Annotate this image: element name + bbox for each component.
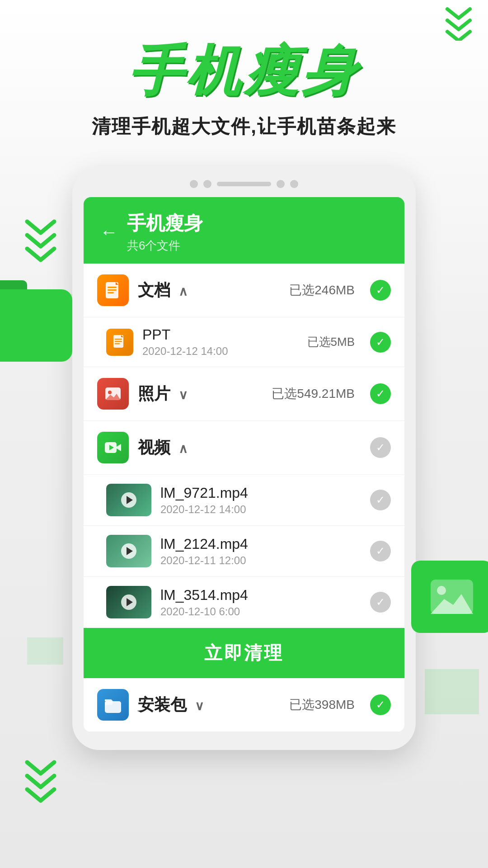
category-row-photos[interactable]: 照片 ∨ 已选549.21MB ✓ <box>84 367 404 421</box>
play-triangle-3 <box>127 598 133 606</box>
svg-marker-18 <box>105 699 113 701</box>
video-2-text: lM_2124.mp4 2020-12-11 12:00 <box>160 536 361 567</box>
header-title: 手机瘦身 <box>127 211 203 236</box>
ppt-date: 2020-12-12 14:00 <box>142 345 298 358</box>
check-ppt[interactable]: ✓ <box>370 332 391 353</box>
play-icon-3 <box>121 594 136 610</box>
video-2-name: lM_2124.mp4 <box>160 536 361 552</box>
category-size-docs: 已选246MB <box>289 282 355 299</box>
svg-rect-3 <box>108 292 114 293</box>
category-size-package: 已选398MB <box>289 696 355 713</box>
phone-dot-2 <box>203 180 211 188</box>
check-video-3[interactable]: ✓ <box>370 592 391 613</box>
video-3-date: 2020-12-10 6:00 <box>160 605 361 618</box>
phone-dot-3 <box>277 180 285 188</box>
back-button[interactable]: ← <box>100 222 118 242</box>
phone-mockup: ← 手机瘦身 共6个文件 <box>72 166 416 750</box>
deco-chevrons-right <box>443 5 474 42</box>
category-name-photos: 照片 ∨ <box>138 383 263 405</box>
category-size-photos: 已选549.21MB <box>272 385 355 402</box>
video-2-date: 2020-12-11 12:00 <box>160 554 361 567</box>
category-icon-package <box>97 689 129 721</box>
expand-photos-icon: ∨ <box>178 388 188 402</box>
file-list: 文档 ∧ 已选246MB ✓ PPT <box>84 264 404 732</box>
play-icon-1 <box>121 492 136 508</box>
app-header: ← 手机瘦身 共6个文件 <box>84 197 404 264</box>
video-3-text: lM_3514.mp4 2020-12-10 6:00 <box>160 587 361 618</box>
category-icon-video <box>97 432 129 463</box>
category-row-package[interactable]: 安装包 ∨ 已选398MB ✓ <box>84 678 404 732</box>
svg-point-20 <box>437 586 446 595</box>
check-video[interactable]: ✓ <box>370 437 391 458</box>
ppt-text: PPT 2020-12-12 14:00 <box>142 326 298 358</box>
expand-video-icon: ∧ <box>178 442 188 456</box>
category-row-docs[interactable]: 文档 ∧ 已选246MB ✓ <box>84 264 404 317</box>
pixel-deco-2 <box>27 637 63 665</box>
svg-point-11 <box>108 391 112 394</box>
folder-body <box>0 289 72 362</box>
category-row-video[interactable]: 视频 ∧ ✓ <box>84 421 404 475</box>
svg-rect-6 <box>115 339 122 340</box>
subfile-video-3[interactable]: lM_3514.mp4 2020-12-10 6:00 ✓ <box>84 577 404 628</box>
category-name-package: 安装包 ∨ <box>138 694 280 716</box>
svg-rect-1 <box>108 287 117 288</box>
subfile-video-2[interactable]: lM_2124.mp4 2020-12-11 12:00 ✓ <box>84 526 404 577</box>
subfile-video-1[interactable]: lM_9721.mp4 2020-12-12 14:00 ✓ <box>84 475 404 526</box>
deco-image-icon <box>411 561 488 633</box>
svg-marker-14 <box>117 444 121 451</box>
check-package[interactable]: ✓ <box>370 694 391 715</box>
header-text: 手机瘦身 共6个文件 <box>127 211 203 254</box>
video-1-name: lM_9721.mp4 <box>160 485 361 501</box>
play-triangle-1 <box>127 496 133 504</box>
deco-chevrons-left-bottom <box>23 758 59 805</box>
video-3-name: lM_3514.mp4 <box>160 587 361 604</box>
check-docs[interactable]: ✓ <box>370 280 391 301</box>
category-icon-photos <box>97 378 129 410</box>
svg-rect-7 <box>115 341 122 342</box>
video-1-text: lM_9721.mp4 2020-12-12 14:00 <box>160 485 361 516</box>
svg-rect-2 <box>108 289 117 291</box>
play-icon-2 <box>121 543 136 559</box>
check-video-1[interactable]: ✓ <box>370 490 391 510</box>
ppt-name: PPT <box>142 326 298 343</box>
expand-docs-icon: ∧ <box>178 284 188 298</box>
back-arrow-icon: ← <box>100 222 118 242</box>
category-name-video: 视频 ∧ <box>138 437 346 459</box>
video-1-date: 2020-12-12 14:00 <box>160 503 361 516</box>
phone-top-bar <box>84 180 404 188</box>
phone-dot-4 <box>290 180 298 188</box>
category-name-docs: 文档 ∧ <box>138 279 280 302</box>
ppt-icon <box>106 329 133 356</box>
ppt-size: 已选5MB <box>307 334 355 350</box>
phone-dot-1 <box>190 180 198 188</box>
app-content: ← 手机瘦身 共6个文件 <box>84 197 404 732</box>
svg-rect-8 <box>115 343 120 344</box>
header-subtitle: 共6个文件 <box>127 238 203 254</box>
pixel-deco-3 <box>425 669 479 714</box>
expand-package-icon: ∨ <box>195 699 204 713</box>
deco-chevrons-left <box>23 217 59 264</box>
svg-rect-17 <box>105 701 113 705</box>
check-photos[interactable]: ✓ <box>370 383 391 404</box>
phone-bar <box>217 182 271 186</box>
video-thumb-2 <box>106 535 151 567</box>
category-icon-docs <box>97 274 129 306</box>
top-section: 手机瘦身 清理手机超大文件,让手机苗条起来 <box>0 0 488 139</box>
play-triangle-2 <box>127 547 133 555</box>
app-main-title: 手机瘦身 <box>0 41 488 100</box>
app-subtitle: 清理手机超大文件,让手机苗条起来 <box>0 114 488 139</box>
video-thumb-3 <box>106 586 151 618</box>
clean-button[interactable]: 立即清理 <box>84 628 404 678</box>
check-video-2[interactable]: ✓ <box>370 541 391 561</box>
subfile-ppt[interactable]: PPT 2020-12-12 14:00 已选5MB ✓ <box>84 317 404 367</box>
video-thumb-1 <box>106 484 151 516</box>
deco-folder <box>0 280 81 362</box>
